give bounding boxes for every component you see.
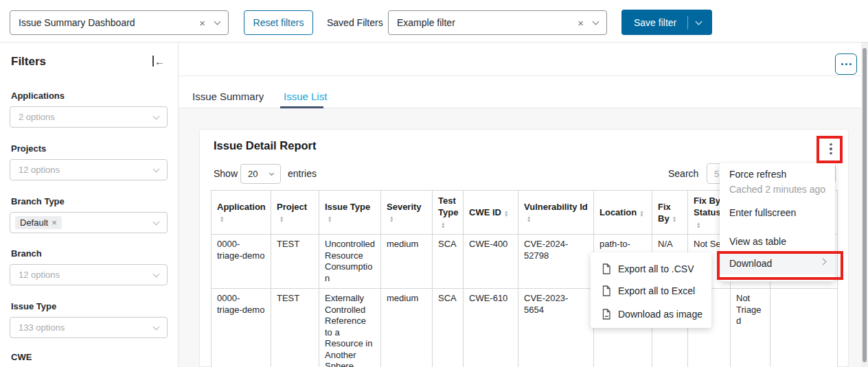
kebab-icon bbox=[830, 152, 832, 155]
chevron-down-icon[interactable] bbox=[153, 323, 160, 330]
tab-issue-list[interactable]: Issue List bbox=[284, 91, 327, 102]
issue-type-select-value: 133 options bbox=[19, 322, 65, 333]
saved-filter-select-value: Example filter bbox=[397, 17, 455, 28]
filter-label-applications: Applications bbox=[11, 91, 65, 101]
report-options-menu: Force refresh Cached 2 minutes ago Enter… bbox=[720, 163, 835, 281]
scrollbar-track bbox=[861, 43, 868, 367]
cell: CWE-610 bbox=[464, 289, 518, 367]
scrollbar-thumb[interactable] bbox=[863, 48, 867, 362]
col-header-project[interactable]: Project▲▼ bbox=[271, 191, 319, 235]
projects-select[interactable]: 12 options bbox=[10, 159, 168, 180]
saved-filter-select[interactable]: Example filter × bbox=[388, 10, 607, 35]
chevron-down-icon[interactable] bbox=[214, 19, 221, 25]
cell: SCA bbox=[433, 235, 464, 289]
clear-icon[interactable]: × bbox=[199, 17, 205, 29]
submenu-item-export-csv[interactable]: Export all to .CSV bbox=[591, 258, 711, 279]
menu-cached-status: Cached 2 minutes ago bbox=[729, 184, 825, 195]
submenu-item-download-as-image[interactable]: Download as image bbox=[591, 303, 711, 324]
submenu-label: Export all to .CSV bbox=[618, 263, 694, 274]
cell: Not Triaged bbox=[731, 289, 770, 367]
dashboard-select-value: Issue Summary Dashboard bbox=[19, 17, 135, 28]
filter-label-projects: Projects bbox=[11, 143, 46, 154]
dashboard-select[interactable]: Issue Summary Dashboard × bbox=[10, 10, 229, 35]
col-header-vulnerability-id[interactable]: Vulnerability Id▲▼ bbox=[518, 191, 594, 235]
top-filter-bar: Issue Summary Dashboard × Reset filters … bbox=[0, 0, 868, 43]
reset-filters-button[interactable]: Reset filters bbox=[244, 10, 313, 35]
report-menu-kebab-button[interactable] bbox=[823, 139, 838, 158]
save-filter-button[interactable]: Save filter bbox=[621, 10, 712, 35]
chevron-down-icon bbox=[269, 170, 274, 175]
chevron-down-icon[interactable] bbox=[153, 165, 160, 172]
filters-sidebar: Filters ← Applications 2 options Project… bbox=[0, 43, 179, 367]
col-header-cwe-id[interactable]: CWE ID▲▼ bbox=[464, 191, 518, 235]
search-label: Search bbox=[668, 168, 698, 179]
cell: Uncontrolled Resource Consumption bbox=[319, 235, 381, 289]
chevron-down-icon[interactable] bbox=[593, 19, 599, 25]
show-label: Show bbox=[214, 168, 238, 179]
sidebar-title: Filters bbox=[11, 55, 46, 69]
col-header-location[interactable]: Location▲▼ bbox=[594, 191, 652, 235]
kebab-icon bbox=[830, 147, 832, 150]
saved-filters-label: Saved Filters bbox=[327, 17, 383, 28]
cell: Externally Controlled Reference to a Res… bbox=[319, 289, 381, 367]
menu-item-enter-fullscreen[interactable]: Enter fullscreen bbox=[729, 207, 796, 218]
chevron-down-icon[interactable] bbox=[696, 18, 703, 25]
page-size-select[interactable]: 20 bbox=[240, 164, 281, 184]
sort-icon: ▲▼ bbox=[328, 215, 332, 222]
cell: medium bbox=[381, 235, 433, 289]
chevron-down-icon[interactable] bbox=[153, 270, 160, 277]
issue-type-select[interactable]: 133 options bbox=[10, 317, 168, 338]
button-divider bbox=[687, 16, 688, 29]
col-header-fix-by[interactable]: Fix By▲▼ bbox=[652, 191, 688, 235]
branch-type-tag: Default × bbox=[15, 216, 62, 229]
chevron-down-icon[interactable] bbox=[153, 218, 160, 225]
applications-select-value: 2 options bbox=[19, 112, 55, 122]
filter-label-issue-type: Issue Type bbox=[11, 301, 56, 311]
branch-type-select[interactable]: Default × bbox=[10, 212, 168, 233]
menu-item-force-refresh[interactable]: Force refresh bbox=[729, 169, 786, 180]
sort-icon: ▲▼ bbox=[220, 215, 224, 222]
sort-icon: ▲▼ bbox=[504, 210, 508, 217]
ellipsis-icon bbox=[845, 63, 847, 65]
chevron-down-icon[interactable] bbox=[153, 113, 160, 119]
submenu-label: Export all to Excel bbox=[618, 285, 695, 296]
remove-tag-icon[interactable]: × bbox=[52, 217, 57, 228]
applications-select[interactable]: 2 options bbox=[10, 106, 168, 128]
cell: TEST bbox=[271, 289, 319, 367]
kebab-icon bbox=[830, 143, 832, 146]
download-submenu: Export all to .CSV Export all to Excel D… bbox=[591, 252, 711, 328]
cell: CVE-2024-52798 bbox=[518, 235, 594, 289]
sort-icon: ▲▼ bbox=[696, 222, 700, 228]
branch-type-tag-label: Default bbox=[20, 217, 48, 228]
download-label: Download bbox=[729, 258, 772, 269]
file-excel-icon bbox=[602, 285, 611, 296]
branch-select[interactable]: 12 options bbox=[10, 264, 168, 285]
col-header-test-type[interactable]: Test Type▲▼ bbox=[433, 191, 464, 235]
menu-item-view-as-table[interactable]: View as table bbox=[729, 236, 786, 247]
branch-select-value: 12 options bbox=[19, 270, 60, 280]
cell: medium bbox=[381, 289, 433, 367]
chevron-right-icon bbox=[820, 259, 827, 265]
filter-label-branch-type: Branch Type bbox=[11, 196, 65, 206]
submenu-item-export-excel[interactable]: Export all to Excel bbox=[591, 280, 711, 301]
cell bbox=[770, 289, 838, 367]
sort-icon: ▲▼ bbox=[279, 215, 284, 222]
col-header-application[interactable]: Application▲▼ bbox=[212, 191, 271, 235]
cell: CVE-2023-5654 bbox=[518, 289, 594, 367]
sort-icon: ▲▼ bbox=[672, 215, 676, 222]
page-size-value: 20 bbox=[248, 169, 258, 179]
col-header-severity[interactable]: Severity▲▼ bbox=[381, 191, 433, 235]
dashboard-options-button[interactable] bbox=[835, 54, 857, 75]
ellipsis-icon bbox=[841, 63, 843, 65]
sort-icon: ▲▼ bbox=[389, 215, 393, 222]
cell: SCA bbox=[433, 289, 464, 367]
entries-label: entries bbox=[288, 168, 317, 179]
sort-icon: ▲▼ bbox=[639, 210, 643, 217]
image-file-icon bbox=[602, 309, 611, 320]
col-header-issue-type[interactable]: Issue Type▲▼ bbox=[319, 191, 381, 235]
filter-label-branch: Branch bbox=[11, 248, 42, 259]
collapse-sidebar-button[interactable]: ← bbox=[152, 56, 165, 67]
tab-issue-summary[interactable]: Issue Summary bbox=[192, 91, 264, 102]
clear-icon[interactable]: × bbox=[578, 17, 584, 29]
menu-item-download[interactable]: Download bbox=[720, 254, 835, 274]
